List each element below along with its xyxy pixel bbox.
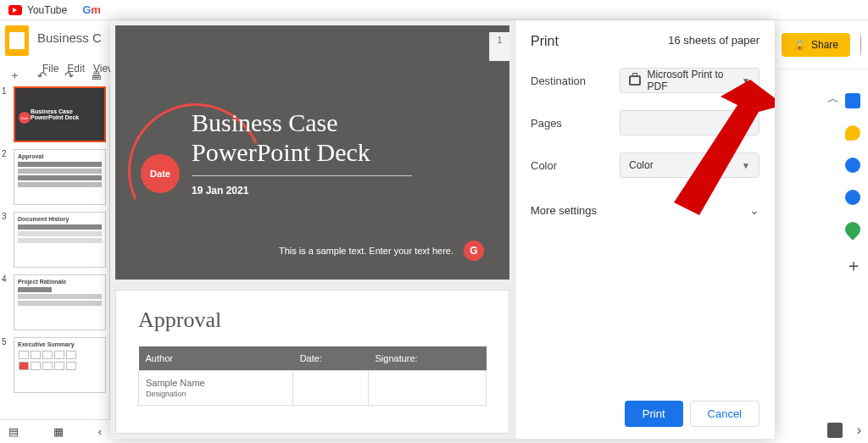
side-panel-icons: ＋ xyxy=(841,93,865,269)
account-avatar[interactable] xyxy=(860,33,861,57)
contacts-icon[interactable] xyxy=(845,190,860,205)
chevron-down-icon: ▼ xyxy=(742,119,750,128)
chevron-down-icon: ▼ xyxy=(742,76,750,86)
slide-thumb-4[interactable]: 4 Project Rationale xyxy=(2,274,106,330)
maps-icon[interactable] xyxy=(842,219,863,240)
more-settings-toggle[interactable]: More settings ⌄ xyxy=(531,203,760,217)
destination-label: Destination xyxy=(531,75,586,87)
col-signature: Signature: xyxy=(369,346,487,371)
slide-thumb-1[interactable]: 1 Date Business Case PowerPoint Deck xyxy=(2,86,106,142)
calendar-icon[interactable] xyxy=(845,93,860,108)
cell-author: Sample Name Designation xyxy=(139,371,293,406)
filmstrip-view-icon[interactable]: ▤ xyxy=(8,425,19,438)
slide1-title-b: PowerPoint Deck xyxy=(192,138,476,168)
destination-dropdown[interactable]: Microsoft Print to PDF ▼ xyxy=(620,68,760,93)
chevron-left-icon[interactable]: ‹ xyxy=(98,425,102,438)
col-author: Author xyxy=(139,346,293,371)
bookmark-label: YouTube xyxy=(27,4,67,16)
preview-slide-1: 1 Date Business Case PowerPoint Deck 19 … xyxy=(115,25,509,280)
slide-thumbnail-strip: 1 Date Business Case PowerPoint Deck 2 A… xyxy=(0,85,110,443)
page-number: 1 xyxy=(489,32,509,61)
date-icon: Date xyxy=(19,112,31,124)
print-button[interactable]: Print xyxy=(625,401,683,427)
pages-dropdown[interactable]: ▼ xyxy=(620,110,760,136)
lock-icon: 🔒 xyxy=(793,39,806,51)
undo-button[interactable]: ↶ xyxy=(34,68,49,83)
share-button[interactable]: 🔒 Share xyxy=(782,33,850,57)
chevron-right-icon[interactable]: › xyxy=(857,423,861,438)
col-date: Date: xyxy=(293,346,369,371)
color-label: Color xyxy=(531,159,557,172)
gmail-icon: Gm xyxy=(82,3,101,16)
right-panels: 🔒 Share ︿ ＋ › xyxy=(775,20,868,443)
print-settings-panel: Print 16 sheets of paper Destination Mic… xyxy=(515,20,775,439)
chevron-down-icon: ⌄ xyxy=(749,203,760,217)
print-button[interactable]: 🖶 xyxy=(88,68,103,83)
tasks-icon[interactable] xyxy=(845,158,860,173)
slide-thumb-2[interactable]: 2 Approval xyxy=(2,149,106,205)
browser-bookmarks-bar: YouTube Gm xyxy=(0,0,868,20)
slide1-date: 19 Jan 2021 xyxy=(192,185,476,197)
color-dropdown[interactable]: Color ▼ xyxy=(620,152,760,178)
bookmark-youtube[interactable]: YouTube xyxy=(8,4,67,16)
g-badge-icon: G xyxy=(464,241,484,261)
print-title: Print xyxy=(531,34,559,49)
toolbar: ＋ ↶ ↷ 🖶 xyxy=(7,68,103,83)
youtube-icon xyxy=(8,5,22,15)
sheets-count: 16 sheets of paper xyxy=(668,34,760,49)
printer-icon xyxy=(629,75,641,86)
cancel-button[interactable]: Cancel xyxy=(690,401,760,427)
slide2-title: Approval xyxy=(138,307,487,333)
print-dialog: 1 Date Business Case PowerPoint Deck 19 … xyxy=(110,20,775,439)
doc-title[interactable]: Business Cas xyxy=(37,30,101,45)
thumbnail-view-toggle: ▤ ▦ ‹ xyxy=(0,419,110,443)
new-slide-button[interactable]: ＋ xyxy=(7,68,22,83)
print-preview[interactable]: 1 Date Business Case PowerPoint Deck 19 … xyxy=(110,20,515,439)
bookmark-gmail[interactable]: Gm xyxy=(82,3,101,16)
destination-value: Microsoft Print to PDF xyxy=(648,69,743,92)
slide-thumb-5[interactable]: 5 Executive Summary xyxy=(2,337,106,393)
color-value: Color xyxy=(629,159,654,171)
slide-thumb-3[interactable]: 3 Document History xyxy=(2,212,106,268)
grid-view-icon[interactable]: ▦ xyxy=(53,425,64,438)
keep-icon[interactable] xyxy=(845,125,860,141)
redo-button[interactable]: ↷ xyxy=(61,68,76,83)
plus-icon[interactable]: ＋ xyxy=(845,254,860,269)
preview-slide-2: Approval Author Date: Signature: Sample … xyxy=(115,290,509,434)
google-slides-icon[interactable] xyxy=(5,25,29,56)
more-settings-label: More settings xyxy=(531,204,597,217)
approval-table: Author Date: Signature: Sample Name Desi… xyxy=(138,346,487,406)
show-side-panel-icon[interactable] xyxy=(827,423,843,438)
slides-header: Business Cas File Edit View xyxy=(0,20,110,71)
svg-marker-0 xyxy=(674,80,775,215)
chevron-down-icon: ▼ xyxy=(742,161,750,170)
slide1-footer-text: This is a sample text. Enter your text h… xyxy=(279,246,453,256)
date-badge: Date xyxy=(141,154,180,193)
slide1-title-a: Business Case xyxy=(192,108,476,138)
annotation-arrow xyxy=(640,80,775,215)
pages-label: Pages xyxy=(531,117,562,130)
chevron-up-icon[interactable]: ︿ xyxy=(827,91,839,107)
